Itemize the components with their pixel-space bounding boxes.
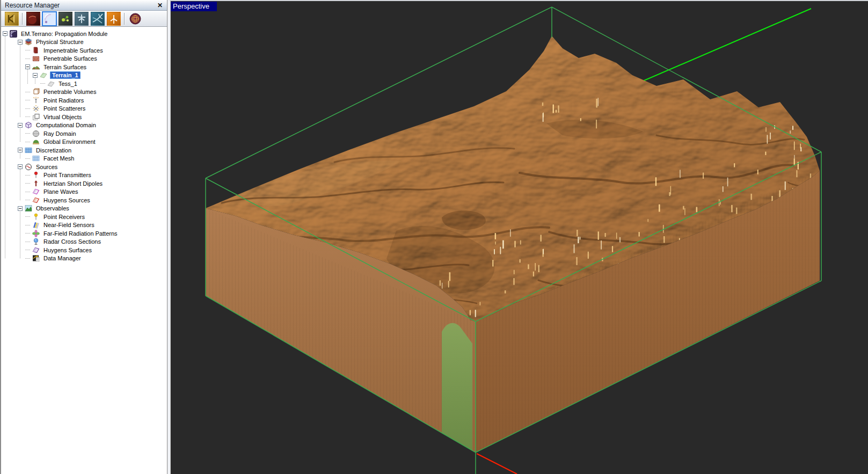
tree-item-label: Observables [35, 205, 70, 212]
tree-item-point-receivers[interactable]: Point Receivers [1, 213, 167, 221]
close-icon[interactable]: ✕ [153, 2, 167, 9]
em-ferma-icon[interactable] [107, 12, 121, 26]
tree-item-computational-domain[interactable]: Computational Domain [1, 121, 167, 130]
point-receivers-icon [32, 213, 40, 221]
tree-item-radar-cross-sections[interactable]: Radar Cross Sections [1, 238, 167, 246]
discretization-icon [24, 146, 33, 155]
far-field-patterns-icon [32, 229, 40, 238]
tree-item-label: Far-Field Radiation Patterns [42, 230, 119, 237]
tree-item-plane-waves[interactable]: Plane Waves [1, 188, 167, 196]
global-environment-icon [32, 137, 40, 146]
toolbar-separator [124, 13, 125, 25]
tree-item-label: Discretization [35, 147, 72, 154]
tree-item-sources[interactable]: Sources [1, 163, 167, 171]
tree-connector [25, 216, 30, 217]
tree-item-label: Huygens Surfaces [42, 247, 93, 253]
tree-item-near-field-sensors[interactable]: Near-Field Sensors [1, 221, 167, 230]
tree-item-label: Impenetrable Surfaces [42, 47, 104, 54]
tree-guide-line [20, 210, 21, 258]
panel-titlebar[interactable]: Resource Manager ✕ [1, 0, 167, 11]
tree-item-label: Penetrable Surfaces [42, 55, 98, 62]
tree-connector [25, 192, 30, 192]
tree-item-terrain-1[interactable]: Terrain_1 [1, 71, 167, 80]
tree-item-facet-mesh[interactable]: Facet Mesh [1, 155, 167, 163]
em-tempo-icon[interactable] [26, 12, 40, 26]
em-libera-icon[interactable] [59, 12, 72, 26]
view-mode-label: Perspective [171, 2, 217, 11]
tree-item-label: EM.Terrano: Propagation Module [20, 31, 108, 37]
tree-connector [25, 242, 30, 242]
panel-title: Resource Manager [1, 2, 153, 9]
tree-item-label: Plane Waves [42, 188, 79, 195]
tree-item-tess-1[interactable]: Tess_1 [1, 79, 167, 88]
tree-item-label: Point Radiators [42, 97, 85, 104]
tree-connector [25, 50, 30, 50]
tree-item-point-radiators[interactable]: Point Radiators [1, 96, 167, 105]
tree-item-point-scatterers[interactable]: Point Scatterers [1, 105, 167, 113]
application-window: Resource Manager ✕ EM.Terrano: Propagati… [0, 0, 868, 474]
tree-item-penetrable-surfaces[interactable]: Penetrable Surfaces [1, 55, 167, 63]
tree-connector [25, 158, 30, 159]
tree-connector [40, 83, 45, 84]
tree-item-far-field-radiation-patterns[interactable]: Far-Field Radiation Patterns [1, 229, 167, 238]
tree-item-ray-domain[interactable]: Ray Domain [1, 129, 167, 138]
tree-item-virtual-objects[interactable]: Virtual Objects [1, 113, 167, 121]
tree-item-penetrable-volumes[interactable]: Penetrable Volumes [1, 88, 167, 97]
resource-manager-panel: Resource Manager ✕ EM.Terrano: Propagati… [0, 0, 167, 474]
tree-connector [25, 116, 30, 117]
tree-item-em-terrano-propagation-module[interactable]: EM.Terrano: Propagation Module [1, 30, 167, 38]
tree-connector [25, 100, 30, 100]
virtual-objects-icon [32, 113, 40, 121]
tree-connector [25, 200, 30, 200]
tree-connector [25, 225, 30, 225]
viewport-3d[interactable]: Perspective [171, 0, 868, 474]
tree-item-label: Tess_1 [57, 81, 78, 87]
tree-item-data-manager[interactable]: Data Manager [1, 254, 167, 263]
tree-item-point-transmitters[interactable]: Point Transmitters [1, 171, 167, 180]
module-root-icon [9, 30, 18, 38]
tree-connector [25, 142, 30, 142]
tree-connector [25, 59, 30, 59]
ground-material-stripe [442, 323, 472, 450]
terrain-surfaces-icon [32, 63, 40, 71]
tree-item-huygens-surfaces[interactable]: Huygens Surfaces [1, 246, 167, 254]
tree-item-impenetrable-surfaces[interactable]: Impenetrable Surfaces [1, 46, 167, 55]
tree-item-label: Terrain Surfaces [42, 64, 87, 70]
tree-item-terrain-surfaces[interactable]: Terrain Surfaces [1, 63, 167, 71]
em-illumina-icon[interactable] [91, 12, 105, 26]
em-terrano-icon[interactable] [42, 11, 57, 26]
tree-connector [25, 133, 30, 134]
tree-connector [25, 233, 30, 234]
penetrable-volumes-icon [32, 87, 40, 96]
tree-item-physical-structure[interactable]: Physical Structure [1, 38, 167, 47]
em-cube-icon[interactable] [128, 12, 142, 26]
physical-structure-icon [24, 38, 33, 46]
cubecad-icon[interactable] [5, 12, 19, 26]
tree-item-label: Terrain_1 [50, 71, 81, 79]
tree-item-label: Point Transmitters [42, 172, 92, 178]
tree-guide-line [35, 77, 36, 84]
tree-connector [25, 258, 30, 259]
tree-item-huygens-sources[interactable]: Huygens Sources [1, 196, 167, 205]
observables-icon [24, 204, 33, 213]
tree-item-label: Data Manager [42, 255, 82, 261]
plane-waves-icon [32, 187, 40, 196]
facet-mesh-icon [32, 154, 40, 163]
tree-item-observables[interactable]: Observables [1, 205, 167, 213]
tree-guide-line [20, 152, 21, 159]
point-transmitters-icon [32, 171, 40, 179]
em-picasso-icon[interactable] [75, 12, 89, 26]
hertzian-dipoles-icon [32, 179, 40, 188]
tree-item-hertzian-short-dipoles[interactable]: Hertzian Short Dipoles [1, 179, 167, 188]
tree-item-label: Near-Field Sensors [42, 222, 96, 228]
viewport-top-edge [171, 0, 868, 1]
huygens-sources-icon [32, 196, 40, 205]
tree-item-discretization[interactable]: Discretization [1, 146, 167, 155]
tree-item-global-environment[interactable]: Global Environment [1, 138, 167, 147]
tree-connector [25, 183, 30, 184]
tree-connector [25, 175, 30, 176]
tree-item-label: Global Environment [42, 138, 97, 145]
data-manager-icon [32, 254, 40, 262]
tree-item-label: Physical Structure [35, 39, 85, 45]
huygens-surfaces-icon [32, 246, 40, 254]
